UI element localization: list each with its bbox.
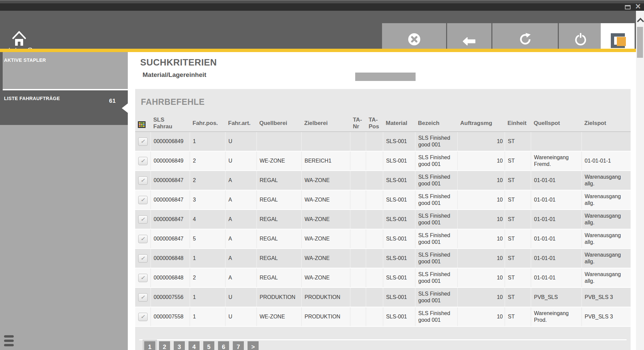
row-checkbox[interactable]: ✓	[138, 157, 148, 165]
material-lagereinheit-input[interactable]	[355, 73, 416, 81]
page-button-3[interactable]: 3	[174, 341, 185, 350]
sidebar-item-aktive-stapler[interactable]: AKTIVE STAPLER	[0, 52, 128, 89]
cell-quellberei: PRODUKTION	[257, 288, 302, 307]
cell-einheit: ST	[505, 132, 531, 151]
cell-quellspot: 01-01-01	[531, 249, 582, 268]
cell-fahr-pos: 1	[190, 288, 225, 307]
fahrbefehle-title: FAHRBEFEHLE	[141, 97, 205, 107]
table-row[interactable]: ✓00000068473AREGALWA-ZONESLS-001SLS Fini…	[135, 190, 631, 210]
cell-sls-fahrau: 0000006848	[151, 249, 190, 268]
company-logo-icon	[609, 31, 627, 51]
cell-quellberei	[257, 132, 302, 151]
checkbox-check-icon: ✓	[141, 274, 145, 281]
table-row[interactable]: ✓00000068472AREGALWA-ZONESLS-001SLS Fini…	[135, 171, 631, 190]
cell-material: SLS-001	[383, 268, 415, 288]
checkbox-check-icon: ✓	[141, 235, 145, 242]
cell-material: SLS-001	[383, 132, 415, 151]
cell-bezeich: SLS Finished good 001	[415, 151, 458, 171]
vertical-scrollbar[interactable]	[636, 11, 644, 350]
maximize-icon[interactable]	[625, 5, 631, 9]
table-row[interactable]: ✓00000075561UPRODUKTIONPRODUKTIONSLS-001…	[135, 288, 631, 307]
cell-einheit: ST	[505, 307, 531, 326]
cell-zielspot: PVB_SLS 3	[582, 288, 631, 307]
page-button-next[interactable]: >	[248, 341, 259, 350]
cell-quellspot: 01-01-01	[531, 229, 582, 249]
cell-quellspot: 01-01-01	[531, 268, 582, 288]
cell-fahr-art: A	[225, 210, 257, 229]
cell-fahr-pos: 1	[190, 132, 225, 151]
scroll-up-icon[interactable]	[637, 18, 644, 25]
column-header-sls-fahrau: SLSFahrau	[151, 115, 190, 132]
column-header-quellspot: Quellspot	[531, 115, 582, 132]
cell-material: SLS-001	[383, 190, 415, 210]
checkbox-check-icon: ✓	[141, 313, 145, 320]
sidebar: AKTIVE STAPLERLISTE FAHRAUFTRÄGE61	[0, 52, 128, 350]
cell-ta-nr	[350, 307, 366, 326]
cell-zielberei: WA-ZONE	[302, 210, 350, 229]
cell-ta-pos	[366, 171, 383, 190]
table-row[interactable]: ✓00000068475AREGALWA-ZONESLS-001SLS Fini…	[135, 229, 631, 249]
row-checkbox[interactable]: ✓	[138, 293, 148, 302]
table-row[interactable]: ✓00000068492UWE-ZONEBEREICH1SLS-001SLS F…	[135, 151, 631, 171]
cell-material: SLS-001	[383, 249, 415, 268]
row-checkbox[interactable]: ✓	[138, 215, 148, 224]
page-button-6[interactable]: 6	[218, 341, 229, 350]
cell-zielspot: 01-01-01-1	[582, 151, 631, 171]
close-icon[interactable]: ×	[635, 1, 641, 12]
page-button-5[interactable]: 5	[203, 341, 214, 350]
orders-table-wrap: SLSFahrauFahr.pos.Fahr.art.QuellbereiZie…	[135, 115, 631, 327]
search-criteria-title: SUCHKRITERIEN	[140, 57, 217, 68]
orders-table: SLSFahrauFahr.pos.Fahr.art.QuellbereiZie…	[135, 115, 631, 327]
row-checkbox[interactable]: ✓	[138, 254, 148, 263]
cell-fahr-pos: 2	[190, 171, 225, 190]
cell-bezeich: SLS Finished good 001	[415, 268, 458, 288]
table-row[interactable]: ✓00000068482AREGALWA-ZONESLS-001SLS Fini…	[135, 268, 631, 288]
app-header: status C AUFTRAG STORNIERENZURÜCKAKTUALI…	[0, 11, 644, 49]
row-checkbox[interactable]: ✓	[138, 313, 148, 321]
grid-icon	[138, 121, 146, 128]
page-button-1[interactable]: 1	[144, 341, 155, 350]
checkbox-check-icon: ✓	[141, 196, 145, 203]
column-header-select	[135, 115, 151, 132]
cell-zielberei: WA-ZONE	[302, 229, 350, 249]
cell-ta-pos	[366, 229, 383, 249]
row-checkbox[interactable]: ✓	[138, 274, 148, 282]
cell-zielspot: Warenausgang allg.	[582, 268, 631, 288]
sidebar-item-liste-fahrauftraege[interactable]: LISTE FAHRAUFTRÄGE61	[0, 90, 128, 125]
cell-ta-nr	[350, 229, 366, 249]
page-button-2[interactable]: 2	[159, 341, 170, 350]
cell-quellberei: WE-ZONE	[257, 151, 302, 171]
cell-einheit: ST	[505, 249, 531, 268]
cell-fahr-art: U	[225, 151, 257, 171]
cell-einheit: ST	[505, 288, 531, 307]
hamburger-menu-icon[interactable]	[4, 335, 14, 348]
column-header-ta-nr: TA-Nr	[350, 115, 366, 132]
column-header-einheit: Einheit	[505, 115, 531, 132]
column-header-material: Material	[383, 115, 415, 132]
column-header-zielspot: Zielspot	[582, 115, 631, 132]
table-row[interactable]: ✓00000068481AREGALWA-ZONESLS-001SLS Fini…	[135, 249, 631, 268]
sidebar-items: AKTIVE STAPLERLISTE FAHRAUFTRÄGE61	[0, 52, 128, 125]
scrollbar-thumb[interactable]	[637, 27, 643, 58]
cell-fahr-art: A	[225, 229, 257, 249]
cell-sls-fahrau: 0000006849	[151, 132, 190, 151]
row-checkbox[interactable]: ✓	[138, 137, 148, 146]
home-icon[interactable]	[12, 30, 26, 48]
page-button-4[interactable]: 4	[189, 341, 200, 350]
cell-quellberei: REGAL	[257, 229, 302, 249]
cell-ta-nr	[350, 210, 366, 229]
cell-fahr-art: U	[225, 132, 257, 151]
cell-fahr-art: U	[225, 288, 257, 307]
cell-ta-nr	[350, 190, 366, 210]
cell-fahr-pos: 3	[190, 190, 225, 210]
table-row[interactable]: ✓00000075581UWE-ZONEPRODUKTIONSLS-001SLS…	[135, 307, 631, 326]
row-checkbox[interactable]: ✓	[138, 176, 148, 185]
table-row[interactable]: ✓00000068474AREGALWA-ZONESLS-001SLS Fini…	[135, 210, 631, 229]
cell-auftragsmg: 10	[458, 268, 505, 288]
row-checkbox[interactable]: ✓	[138, 235, 148, 243]
page-button-7[interactable]: 7	[233, 341, 244, 350]
row-checkbox[interactable]: ✓	[138, 196, 148, 204]
checkbox-check-icon: ✓	[141, 177, 145, 184]
table-row[interactable]: ✓00000068491USLS-001SLS Finished good 00…	[135, 132, 631, 151]
cell-quellberei: REGAL	[257, 171, 302, 190]
